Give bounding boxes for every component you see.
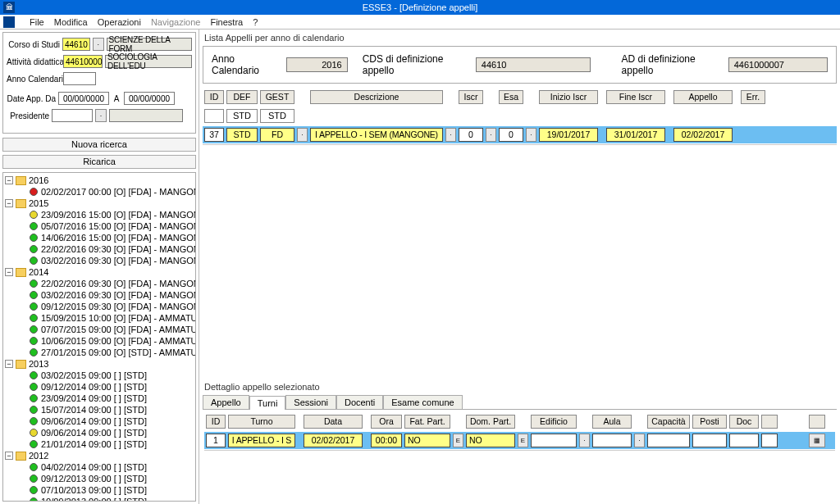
- cell-fine[interactable]: 31/01/2017: [606, 128, 665, 142]
- menu-modifica[interactable]: Modifica: [54, 17, 88, 27]
- menu-finestra[interactable]: Finestra: [210, 17, 243, 27]
- tree-item[interactable]: 04/02/2014 09:00 [ ] [STD]: [5, 461, 195, 473]
- date-da-input[interactable]: 00/00/0000: [58, 92, 109, 105]
- dcol-x1[interactable]: [761, 415, 778, 429]
- anno-input[interactable]: [63, 72, 96, 85]
- menu-help[interactable]: ?: [253, 17, 258, 27]
- iscr-button[interactable]: ·: [486, 128, 496, 142]
- presidente-input[interactable]: [52, 109, 93, 122]
- date-a-input[interactable]: 00/00/0000: [124, 92, 175, 105]
- tree-item[interactable]: 22/02/2016 09:30 [O] [FDA] - MANGONE: [5, 243, 195, 255]
- tree-item[interactable]: 03/02/2016 09:30 [O] [FDA] - MANGONE: [5, 289, 195, 301]
- tree-item[interactable]: 15/09/2015 10:00 [O] [FDA] - AMMATURO: [5, 312, 195, 324]
- tree-item[interactable]: 09/06/2014 09:00 [ ] [STD]: [5, 427, 195, 438]
- tab-docenti[interactable]: Docenti: [336, 395, 383, 409]
- menu-file[interactable]: File: [30, 17, 44, 27]
- tree-item[interactable]: 23/09/2016 15:00 [O] [FDA] - MANGONE: [5, 209, 195, 220]
- dcol-id[interactable]: ID: [206, 415, 226, 429]
- menu-navigazione[interactable]: Navigazione: [151, 17, 201, 27]
- dcell-aula[interactable]: [592, 434, 632, 447]
- tab-turni[interactable]: Turni: [249, 396, 286, 410]
- tree-item[interactable]: 03/02/2015 09:00 [ ] [STD]: [5, 370, 195, 381]
- dcell-fatpart[interactable]: NO: [404, 434, 450, 447]
- tree-year[interactable]: −2012: [5, 450, 195, 461]
- gest-dropdown-button[interactable]: ·: [297, 128, 308, 142]
- presidente-lookup-button[interactable]: ·: [95, 109, 107, 122]
- dcol-edificio[interactable]: Edificio: [531, 415, 577, 429]
- dcol-x2[interactable]: [809, 415, 825, 429]
- esa-button[interactable]: ·: [526, 128, 536, 142]
- grid-top-row[interactable]: 37 STD FD · I APPELLO - I SEM (MANGONE) …: [203, 126, 837, 143]
- appelli-tree[interactable]: −201602/02/2017 00:00 [O] [FDA] - MANGON…: [2, 172, 196, 502]
- col-appello[interactable]: Appello: [673, 90, 733, 104]
- tree-year[interactable]: −2014: [5, 266, 195, 278]
- dcell-data[interactable]: 02/02/2017: [304, 434, 363, 447]
- dcol-capacita[interactable]: Capacità: [647, 415, 690, 429]
- tree-item[interactable]: 07/10/2013 09:00 [ ] [STD]: [5, 484, 195, 496]
- cell-inizio[interactable]: 19/01/2017: [539, 128, 598, 142]
- col-inizio[interactable]: Inizio Iscr: [539, 90, 598, 104]
- tree-item[interactable]: 02/02/2017 00:00 [O] [FDA] - MANGONE: [5, 186, 195, 198]
- new-search-button[interactable]: Nuova ricerca: [2, 138, 196, 152]
- mdi-icon[interactable]: [3, 16, 15, 28]
- descr-dropdown-button[interactable]: ·: [445, 128, 456, 142]
- corso-code[interactable]: 44610: [62, 38, 90, 51]
- dcol-aula[interactable]: Aula: [592, 415, 632, 429]
- aula-button[interactable]: ·: [634, 434, 645, 447]
- tab-sessioni[interactable]: Sessioni: [285, 395, 336, 409]
- dcell-posti[interactable]: [692, 434, 727, 447]
- corso-lookup-button[interactable]: ·: [93, 38, 104, 51]
- tab-appello[interactable]: Appello: [203, 395, 249, 409]
- cell-def[interactable]: STD: [226, 128, 258, 142]
- fatpart-button[interactable]: E: [453, 434, 463, 447]
- dcol-fatpart[interactable]: Fat. Part.: [404, 415, 450, 429]
- col-err[interactable]: Err.: [741, 90, 765, 104]
- cell-descr[interactable]: I APPELLO - I SEM (MANGONE): [310, 128, 443, 142]
- dcell-edificio[interactable]: [531, 434, 577, 447]
- col-id[interactable]: ID: [204, 90, 224, 104]
- dcell-dompart[interactable]: NO: [466, 434, 515, 447]
- cell-gest[interactable]: FD: [260, 128, 294, 142]
- tree-item[interactable]: 14/06/2016 15:00 [O] [FDA] - MANGONE: [5, 232, 195, 243]
- tree-year[interactable]: −2016: [5, 175, 195, 186]
- tree-item[interactable]: 09/12/2013 09:00 [ ] [STD]: [5, 473, 195, 484]
- tree-item[interactable]: 09/06/2014 09:00 [ ] [STD]: [5, 415, 195, 427]
- filter-def[interactable]: STD: [226, 109, 258, 123]
- dompart-button[interactable]: E: [518, 434, 528, 447]
- dcol-turno[interactable]: Turno: [228, 415, 295, 429]
- dcol-dompart[interactable]: Dom. Part.: [466, 415, 515, 429]
- edificio-button[interactable]: ·: [579, 434, 590, 447]
- menu-operazioni[interactable]: Operazioni: [98, 17, 141, 27]
- tree-year[interactable]: −2013: [5, 358, 195, 370]
- filter-id[interactable]: [204, 109, 224, 123]
- tree-item[interactable]: 27/01/2015 09:00 [O] [STD] - AMMATURO: [5, 347, 195, 358]
- col-gest[interactable]: GEST: [260, 90, 294, 104]
- tree-item[interactable]: 09/12/2014 09:00 [ ] [STD]: [5, 381, 195, 393]
- dcol-ora[interactable]: Ora: [371, 415, 402, 429]
- col-esa[interactable]: Esa: [499, 90, 523, 104]
- dcol-data[interactable]: Data: [304, 415, 363, 429]
- col-iscr[interactable]: Iscr: [459, 90, 483, 104]
- reload-button[interactable]: Ricarica: [2, 155, 196, 169]
- col-def[interactable]: DEF: [226, 90, 258, 104]
- tree-item[interactable]: 05/07/2016 15:00 [O] [FDA] - MANGONE: [5, 220, 195, 232]
- col-descr[interactable]: Descrizione: [310, 90, 443, 104]
- dcell-turno[interactable]: I APPELLO - I S: [228, 434, 295, 447]
- cell-appello[interactable]: 02/02/2017: [673, 128, 733, 142]
- tree-item[interactable]: 09/12/2015 09:30 [O] [FDA] - MANGONE: [5, 301, 195, 312]
- tree-item[interactable]: 03/02/2016 09:30 [O] [FDA] - MANGONE: [5, 255, 195, 266]
- tab-esame[interactable]: Esame comune: [383, 395, 462, 409]
- tree-item[interactable]: 21/01/2014 09:00 [ ] [STD]: [5, 438, 195, 450]
- tree-item[interactable]: 22/02/2016 09:30 [O] [FDA] - MANGONE: [5, 278, 195, 289]
- dcell-ora[interactable]: 00:00: [371, 434, 402, 447]
- tree-item[interactable]: 10/09/2013 09:00 [ ] [STD]: [5, 496, 195, 502]
- dcol-doc[interactable]: Doc: [729, 415, 759, 429]
- grid-detail-row[interactable]: 1 I APPELLO - I S 02/02/2017 00:00 NO E …: [204, 432, 835, 449]
- tree-year[interactable]: −2015: [5, 198, 195, 209]
- tree-item[interactable]: 10/06/2015 09:00 [O] [FDA] - AMMATURO: [5, 335, 195, 347]
- tree-item[interactable]: 23/09/2014 09:00 [ ] [STD]: [5, 393, 195, 404]
- tree-item[interactable]: 07/07/2015 09:00 [O] [FDA] - AMMATURO: [5, 324, 195, 335]
- att-code[interactable]: 44610000: [63, 55, 103, 68]
- detail-action-button[interactable]: ▦: [809, 434, 825, 447]
- tree-item[interactable]: 15/07/2014 09:00 [ ] [STD]: [5, 404, 195, 415]
